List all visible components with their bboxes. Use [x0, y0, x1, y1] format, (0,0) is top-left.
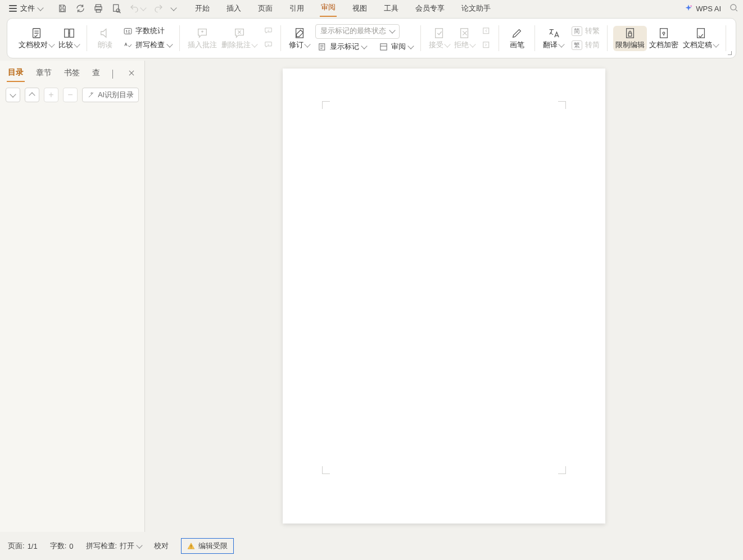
prev-change-button[interactable] — [479, 25, 493, 37]
markup-icon — [318, 42, 327, 52]
svg-rect-24 — [191, 548, 192, 548]
prev-comment-button[interactable] — [261, 25, 275, 37]
svg-point-6 — [731, 4, 736, 10]
compare-button[interactable]: 比较 — [56, 26, 81, 51]
trad-to-simp-button[interactable]: 繁 转简 — [569, 39, 602, 51]
chevron-down-icon — [37, 4, 43, 11]
delete-comment-button[interactable]: 删除批注 — [219, 26, 259, 51]
tab-view[interactable]: 视图 — [351, 1, 368, 17]
wps-ai-button[interactable]: WPS AI — [684, 4, 721, 13]
status-edit-restricted[interactable]: 编辑受限 — [181, 538, 234, 554]
restrict-editing-button[interactable]: 限制编辑 — [613, 26, 647, 51]
chevron-down-icon — [137, 542, 143, 548]
tab-tools[interactable]: 工具 — [383, 1, 400, 17]
document-page[interactable] — [283, 69, 605, 523]
insert-comment-button[interactable]: 插入批注 — [185, 26, 219, 51]
sync-button[interactable] — [75, 3, 85, 13]
spell-check-button[interactable]: 拼写检查 — [121, 39, 174, 51]
svg-rect-16 — [483, 28, 489, 34]
status-proof[interactable]: 校对 — [154, 541, 169, 551]
toc-expand-button[interactable]: + — [44, 88, 58, 102]
track-changes-button[interactable]: 修订 — [287, 26, 312, 51]
translate-icon — [547, 27, 560, 39]
nav-tab-find-replace[interactable]: 查找和替 — [91, 66, 100, 81]
toc-collapse-button[interactable]: − — [63, 88, 78, 102]
search-button[interactable] — [729, 3, 739, 14]
spell-check-icon — [123, 40, 133, 50]
print-preview-button[interactable] — [111, 3, 121, 13]
speaker-icon — [99, 27, 111, 39]
nav-panel-close[interactable] — [125, 67, 138, 81]
tab-page[interactable]: 页面 — [257, 1, 274, 17]
track-changes-icon — [293, 27, 306, 39]
translate-button[interactable]: 翻译 — [541, 26, 566, 51]
status-page[interactable]: 页面: 1/1 — [8, 541, 38, 551]
nav-tab-toc[interactable]: 目录 — [7, 65, 25, 82]
comment-add-icon — [196, 27, 209, 39]
tab-member[interactable]: 会员专享 — [414, 1, 446, 17]
word-count-button[interactable]: 字数统计 — [121, 25, 174, 37]
ribbon-expand-toggle[interactable] — [728, 51, 733, 57]
svg-rect-4 — [114, 4, 119, 11]
undo-dropdown[interactable] — [140, 4, 146, 11]
tab-start[interactable]: 开始 — [194, 1, 211, 17]
chevron-down-icon — [10, 91, 16, 97]
margin-crop-tl — [322, 101, 330, 109]
nav-tabs-scroll-right[interactable] — [110, 67, 115, 80]
svg-rect-10 — [124, 29, 132, 34]
accept-change-button[interactable]: 接受 — [427, 26, 452, 51]
next-comment-button[interactable] — [261, 39, 275, 51]
svg-rect-15 — [460, 28, 468, 38]
comment-next-icon — [264, 40, 273, 50]
ink-button[interactable]: 画笔 — [505, 26, 529, 51]
status-spell-check[interactable]: 拼写检查: 打开 — [86, 541, 142, 551]
tab-thesis[interactable]: 论文助手 — [460, 1, 492, 17]
doc-proof-button[interactable]: 文档校对 — [16, 26, 56, 51]
tab-insert[interactable]: 插入 — [225, 1, 242, 17]
nav-tab-chapters[interactable]: 章节 — [35, 66, 53, 81]
print-button[interactable] — [93, 3, 103, 13]
show-markup-button[interactable]: 显示标记 — [315, 41, 369, 53]
word-count-icon — [123, 26, 133, 36]
ai-sparkle-icon — [684, 4, 693, 13]
status-word-count[interactable]: 字数: 0 — [50, 541, 74, 551]
svg-rect-20 — [660, 28, 668, 38]
reject-icon — [459, 27, 471, 39]
doc-finalize-button[interactable]: 文档定稿 — [681, 26, 721, 51]
svg-rect-13 — [380, 43, 387, 49]
margin-crop-bl — [322, 466, 330, 474]
doc-encrypt-button[interactable]: 文档加密 — [647, 26, 681, 51]
markup-display-value: 显示标记的最终状态 — [320, 26, 386, 36]
ai-detect-toc-button[interactable]: AI识别目录 — [82, 88, 139, 102]
save-button[interactable] — [57, 3, 67, 13]
toc-next-button[interactable] — [6, 88, 20, 102]
accept-icon — [433, 27, 446, 39]
tab-references[interactable]: 引用 — [288, 1, 305, 17]
redo-button[interactable] — [153, 3, 164, 13]
toc-prev-button[interactable] — [25, 88, 39, 102]
svg-rect-9 — [69, 29, 73, 37]
hamburger-icon — [9, 5, 17, 12]
compare-icon — [63, 27, 75, 39]
chevron-down-icon — [389, 27, 395, 33]
simp-to-trad-button[interactable]: 简 转繁 — [569, 25, 602, 37]
nav-tab-bookmarks[interactable]: 书签 — [63, 66, 81, 81]
tab-review[interactable]: 审阅 — [320, 0, 337, 17]
chevron-up-icon — [29, 92, 35, 98]
next-change-button[interactable] — [479, 39, 493, 51]
document-viewport[interactable] — [145, 61, 743, 532]
reject-change-button[interactable]: 拒绝 — [452, 26, 477, 51]
reviewing-pane-button[interactable]: 审阅 — [377, 41, 415, 53]
ribbon-review: 文档校对 比较 朗读 字数统计 拼写检查 插入批注 — [7, 18, 736, 58]
file-menu[interactable]: 文件 — [4, 2, 47, 15]
warning-icon — [187, 542, 195, 550]
minus-icon: − — [67, 90, 73, 99]
svg-point-21 — [663, 32, 665, 34]
qat-customize[interactable] — [170, 4, 176, 11]
undo-button[interactable] — [129, 3, 139, 13]
read-aloud-button[interactable]: 朗读 — [93, 26, 117, 51]
file-menu-label: 文件 — [20, 3, 35, 13]
reviewing-pane-icon — [379, 42, 388, 52]
svg-point-5 — [116, 9, 120, 12]
markup-display-select[interactable]: 显示标记的最终状态 — [315, 24, 400, 39]
